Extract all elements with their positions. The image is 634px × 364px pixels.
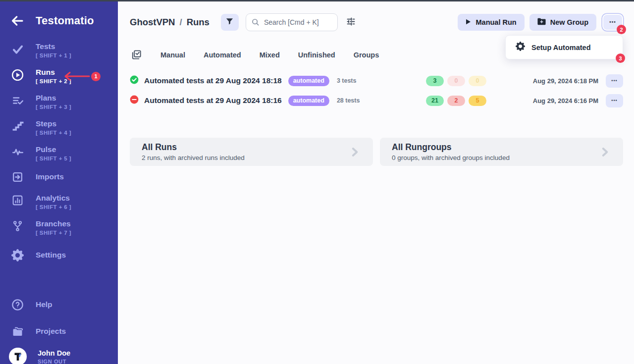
import-box-icon: [11, 171, 24, 183]
sidebar-item-plans[interactable]: Plans [ SHIFT + 3 ]: [0, 93, 118, 112]
tab-manual[interactable]: Manual: [160, 51, 185, 59]
run-tests-count: 3 tests: [337, 77, 357, 84]
user-name: John Doe: [38, 349, 70, 357]
sidebar-item-help[interactable]: Help: [0, 298, 118, 311]
app-logo: Testomatio: [36, 14, 94, 27]
list-check-icon: [11, 94, 24, 107]
tab-groups[interactable]: Groups: [354, 51, 379, 59]
stairs-icon: [11, 120, 24, 133]
new-group-label: New Group: [550, 18, 588, 26]
adjustments-button[interactable]: [346, 16, 356, 28]
sidebar-item-label: Help: [36, 300, 53, 310]
sidebar-item-shortcut: [ SHIFT + 7 ]: [36, 230, 71, 236]
tab-automated[interactable]: Automated: [204, 51, 241, 59]
search-icon: [251, 18, 260, 26]
card-title: All Rungroups: [392, 142, 510, 153]
breadcrumb: GhostVPN/Runs: [130, 17, 210, 28]
sidebar-item-label: Branches: [36, 219, 71, 229]
run-row[interactable]: Automated tests at 29 Aug 2024 18:18 aut…: [118, 71, 634, 91]
all-rungroups-card[interactable]: All Rungroups 0 groups, with archived gr…: [380, 138, 623, 166]
skipped-count-pill: 5: [469, 96, 486, 106]
breadcrumb-project[interactable]: GhostVPN: [130, 17, 175, 27]
play-icon: [466, 18, 471, 26]
annotation-badge-1: 1: [91, 72, 101, 81]
card-title: All Runs: [142, 142, 245, 153]
runs-list: Automated tests at 29 Aug 2024 18:18 aut…: [118, 71, 634, 110]
annotation-badge-3: 3: [616, 53, 625, 63]
run-title: Automated tests at 29 Aug 2024 18:18: [144, 76, 282, 85]
status-failed-icon: [130, 95, 139, 106]
pulse-icon: [11, 146, 24, 158]
sidebar-item-label: Steps: [36, 119, 71, 129]
funnel-icon: [225, 17, 234, 27]
check-icon: [11, 43, 24, 55]
sidebar-item-imports[interactable]: Imports: [0, 170, 118, 183]
more-actions-menu: Setup Automated 3: [505, 35, 623, 59]
bar-chart-icon: [11, 194, 24, 207]
run-result-pills: 21 2 5: [426, 96, 519, 106]
sidebar-item-shortcut: [ SHIFT + 3 ]: [36, 104, 71, 110]
sidebar-item-settings[interactable]: Settings: [0, 249, 118, 261]
sidebar-item-tests[interactable]: Tests [ SHIFT + 1 ]: [0, 42, 118, 61]
run-type-badge: automated: [288, 76, 329, 86]
run-more-button[interactable]: •••: [606, 74, 623, 88]
sliders-icon: [346, 16, 356, 28]
sidebar: Testomatio Tests [ SHIFT + 1 ] Runs [ SH…: [0, 1, 118, 364]
run-date: Aug 29, 2024 6:18 PM: [523, 77, 598, 85]
sidebar-item-pulse[interactable]: Pulse [ SHIFT + 5 ]: [0, 145, 118, 164]
sidebar-item-shortcut: [ SHIFT + 1 ]: [36, 52, 71, 58]
sidebar-item-label: Pulse: [36, 145, 71, 155]
main-content: GhostVPN/Runs Manual Run: [118, 1, 634, 364]
run-date: Aug 29, 2024 6:16 PM: [523, 97, 598, 104]
sidebar-brand: Testomatio: [0, 13, 118, 28]
ellipsis-icon: •••: [611, 98, 617, 103]
red-arrow-icon: [62, 71, 91, 82]
sidebar-item-label: Analytics: [36, 193, 71, 203]
avatar: [9, 348, 27, 364]
sidebar-item-branches[interactable]: Branches [ SHIFT + 7 ]: [0, 219, 118, 238]
all-runs-card[interactable]: All Runs 2 runs, with archived runs incl…: [130, 138, 373, 166]
passed-count-pill: 3: [426, 76, 444, 86]
sidebar-item-label: Projects: [36, 326, 66, 336]
failed-count-pill: 0: [447, 76, 465, 86]
annotation-badge-2: 2: [617, 25, 626, 34]
run-row[interactable]: Automated tests at 29 Aug 2024 18:16 aut…: [118, 91, 634, 110]
git-branch-icon: [11, 220, 24, 232]
card-subtitle: 2 runs, with archived runs included: [142, 154, 245, 161]
ellipsis-icon: •••: [611, 78, 617, 83]
card-subtitle: 0 groups, with archived groups included: [392, 154, 510, 161]
sidebar-item-analytics[interactable]: Analytics [ SHIFT + 6 ]: [0, 193, 118, 212]
passed-count-pill: 21: [426, 96, 444, 106]
annotation-arrow-1: 1: [62, 71, 101, 82]
run-type-badge: automated: [288, 96, 329, 106]
sidebar-item-projects[interactable]: Projects: [0, 325, 118, 338]
run-title: Automated tests at 29 Aug 2024 18:16: [144, 96, 282, 105]
manual-run-label: Manual Run: [476, 18, 516, 26]
sidebar-item-label: Settings: [36, 250, 66, 260]
menu-item-setup-automated[interactable]: Setup Automated: [531, 44, 591, 52]
chevron-right-icon: [598, 145, 611, 159]
manual-run-button[interactable]: Manual Run: [458, 14, 524, 31]
sidebar-item-shortcut: [ SHIFT + 5 ]: [36, 156, 71, 161]
status-passed-icon: [130, 75, 139, 86]
run-more-button[interactable]: •••: [606, 94, 623, 107]
sidebar-item-label: Imports: [36, 172, 64, 182]
new-group-button[interactable]: New Group: [529, 14, 596, 31]
sidebar-item-shortcut: [ SHIFT + 4 ]: [36, 130, 71, 136]
tab-mixed[interactable]: Mixed: [260, 51, 280, 59]
tab-all-runs[interactable]: [131, 49, 142, 60]
run-result-pills: 3 0 0: [426, 76, 519, 86]
sidebar-item-label: Plans: [36, 93, 71, 103]
folders-icon: [11, 325, 24, 338]
tab-unfinished[interactable]: Unfinished: [298, 51, 335, 59]
sidebar-item-label: Tests: [36, 42, 71, 52]
sidebar-item-steps[interactable]: Steps [ SHIFT + 4 ]: [0, 119, 118, 138]
gear-icon: [516, 42, 525, 53]
back-arrow-icon[interactable]: [10, 13, 25, 28]
filter-button[interactable]: [221, 14, 239, 31]
folder-plus-icon: [537, 18, 546, 27]
run-tests-count: 28 tests: [337, 97, 360, 104]
user-menu[interactable]: John Doe SIGN OUT: [0, 348, 118, 364]
chevron-right-icon: [348, 145, 361, 159]
sign-out-link[interactable]: SIGN OUT: [38, 359, 70, 364]
